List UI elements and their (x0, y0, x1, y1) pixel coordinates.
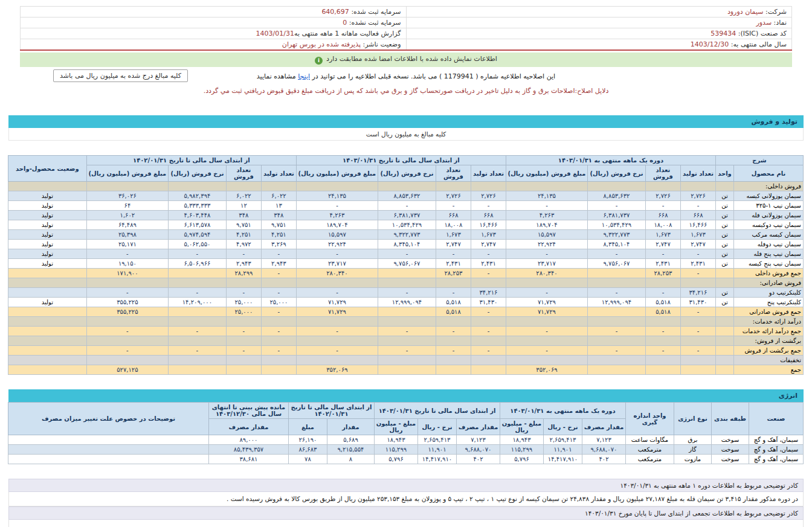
isic-cell: کد صنعت (ISIC): 539434 (406, 28, 792, 39)
m-amount-cell: ۳۵۲,۰۶۹ (506, 365, 587, 375)
y-qty-produced-cell: - (471, 307, 506, 317)
unit-cell (715, 278, 733, 288)
p-rate-cell (168, 317, 226, 327)
company-info-table: شرکت: سیمان دورود سرمایه ثبت شده: 640,69… (20, 6, 792, 51)
product-row: تخفیفات (8, 356, 803, 365)
p-qty-sold-cell: ۲,۹۴۳ (226, 259, 261, 269)
status-cell (8, 317, 86, 327)
m-qty-cell: ۹,۶۸۸,۰۷۰ (582, 445, 626, 455)
energy-type-cell: گاز (674, 445, 712, 455)
measure-unit-cell: مترمکعب (626, 445, 674, 455)
product-name-cell: جمع درآمد ارائه خدمات (734, 327, 804, 336)
y-qty-sold-cell: - (436, 249, 471, 259)
m-qty-sold-cell: ۲,۴۳۱ (645, 259, 680, 269)
signed-match-banner: اطلاعات نمایش داده شده با اطلاعات امضا ش… (20, 53, 792, 67)
y-amount-cell: ۱۸۹,۷۰۴ (296, 220, 378, 230)
product-header: نام محصول (734, 165, 804, 182)
m-qty-produced-cell: ۲,۷۲۶ (680, 191, 715, 201)
desc-header: شرح (715, 156, 803, 165)
status-cell (8, 307, 86, 317)
m-qty-produced-cell: ۳۴,۲۱۶ (680, 288, 715, 298)
product-name-cell: سیمان تیپ دوکیسه (734, 220, 804, 230)
y-amount-cell: ۴,۲۶۳ (296, 211, 378, 220)
measure-unit-cell: مگاوات ساعت (626, 435, 674, 445)
amount-mrial-header: مبلغ - میلیون ریال (374, 419, 417, 435)
unit-cell (715, 327, 733, 336)
fiscal-year-value: 1403/12/30 (691, 40, 729, 48)
status-cell: تولید (8, 259, 86, 269)
rate-rial-header: نرخ - ریال (418, 419, 457, 435)
energy-table: صنعت طبقه بندی نوع انرژی واحد اندازه گیر… (8, 402, 804, 464)
product-row: سیمان تیپ ۱-۳۲۵تن--------۱۳۱۲۵,۳۳۳,۳۳۳۶۴… (8, 201, 803, 211)
isic-label: کد صنعت (ISIC): (738, 30, 787, 37)
energy-period-header-row: صنعت طبقه بندی نوع انرژی واحد اندازه گیر… (8, 403, 803, 419)
m-amount-cell: ۱۸,۹۴۳ (500, 435, 544, 445)
p-qty-produced-cell (261, 336, 296, 346)
y-rate-cell: ۱۴,۴۱۷,۹۱۰ (418, 455, 457, 464)
measure-unit-cell: مترمکعب (626, 455, 674, 464)
m-qty-produced-cell (680, 278, 715, 288)
fiscal-year-cell: سال مالی منتهی به: 1403/12/30 (406, 39, 792, 51)
consumption-note-cell (8, 445, 208, 455)
y-rate-cell (378, 269, 436, 278)
y-rate-cell: - (378, 249, 436, 259)
y-qty-sold-cell: - (436, 288, 471, 298)
company-info-row: سال مالی منتهی به: 1403/12/30 وضعیت ناشر… (21, 39, 792, 51)
unit-cell: تن (715, 191, 733, 201)
m-amount-cell (506, 182, 587, 191)
m-qty-produced-cell: - (680, 346, 715, 356)
m-qty-produced-cell: ۱,۶۷۳ (680, 230, 715, 240)
p-qty-sold-cell: ۳۴۸ (226, 211, 261, 220)
previous-version-link[interactable]: اینجا (298, 72, 310, 80)
issuer-status-label: وضعیت ناشر: (363, 40, 401, 48)
unit-cell (715, 346, 733, 356)
m-qty-sold-cell: ۲,۷۲۶ (645, 191, 680, 201)
y-qty-produced-cell: ۲,۷۴۷ (471, 240, 506, 249)
amendment-text-post: مشاهده نمایید (257, 72, 298, 80)
period-prev-header: از ابتدای سال مالی تا تاریخ ۱۴۰۲/۰۱/۳۱ (86, 156, 296, 165)
y-amount-cell: ۲۸۰,۳۴۰ (296, 269, 378, 278)
footnotes-section: کادر توضیحی مربوط به اطلاعات دوره ۱ ماهه… (8, 479, 804, 527)
status-cell (8, 269, 86, 278)
p-amount-cell: ۵۲۷,۱۲۵ (86, 365, 168, 375)
industry-header: صنعت (749, 403, 804, 435)
status-cell: تولید (8, 220, 86, 230)
y-qty-produced-cell (471, 278, 506, 288)
p-qty-produced-cell (261, 278, 296, 288)
product-name-cell: جمع فروش داخلی (734, 269, 804, 278)
p-amount-cell (86, 317, 168, 327)
y-amount-cell: ۲۳,۷۱۷ (296, 259, 378, 269)
energy-period-prev-header: از ابتدای سال مالی تا تاریخ ۱۴۰۲/۰۱/۳۱ (288, 403, 374, 419)
p-qty-cell: ۵,۶۸۹ (327, 435, 374, 445)
rate-header: نرخ فروش (ریال) (587, 165, 645, 182)
p-amount-cell: ۳۵۵,۲۲۵ (86, 307, 168, 317)
product-row: سیمان تیپ دوفلهتن۲,۷۴۷۲,۷۴۷۸,۳۴۵,۱۰۴۲۲,۹… (8, 240, 803, 249)
m-rate-cell (587, 356, 645, 365)
amounts-unit-box: کلیه مبالغ درج شده به میلیون ریال می باش… (53, 69, 188, 82)
energy-type-header: نوع انرژی (674, 403, 712, 435)
y-rate-cell (378, 336, 436, 346)
m-qty-sold-cell: ۱,۶۷۳ (645, 230, 680, 240)
m-rate-cell: ۸,۸۵۳,۶۳۲ (587, 191, 645, 201)
unit-cell: تن (715, 201, 733, 211)
p-qty-produced-cell: - (261, 346, 296, 356)
m-qty-sold-cell: - (645, 327, 680, 336)
company-cell: شرکت: سیمان دورود (406, 7, 792, 18)
m-amount-cell: ۱۵,۵۹۷ (506, 230, 587, 240)
unit-cell: تن (715, 298, 733, 307)
energy-row: سیمان، آهک و گچسوختگازمترمکعب۹,۶۸۸,۰۷۰۱۱… (8, 445, 803, 455)
y-amount-cell: - (296, 327, 378, 336)
p-qty-sold-cell: - (226, 288, 261, 298)
y-qty-sold-cell: - (436, 327, 471, 336)
y-qty-sold-cell: ۶۶۸ (436, 211, 471, 220)
y-amount-cell: ۱۱۵,۲۹۹ (374, 445, 417, 455)
y-amount-cell: ۲۲,۹۲۴ (296, 240, 378, 249)
signed-match-text: اطلاعات نمایش داده شده با اطلاعات امضا ش… (326, 55, 497, 63)
y-rate-cell (378, 317, 436, 327)
y-rate-cell: ۱۰,۵۳۴,۴۲۹ (378, 220, 436, 230)
p-qty-sold-cell (226, 317, 261, 327)
m-rate-cell (587, 365, 645, 375)
unit-cell: تن (715, 211, 733, 220)
y-rate-cell: - (378, 288, 436, 298)
m-qty-sold-cell: ۵,۵۱۸ (645, 307, 680, 317)
